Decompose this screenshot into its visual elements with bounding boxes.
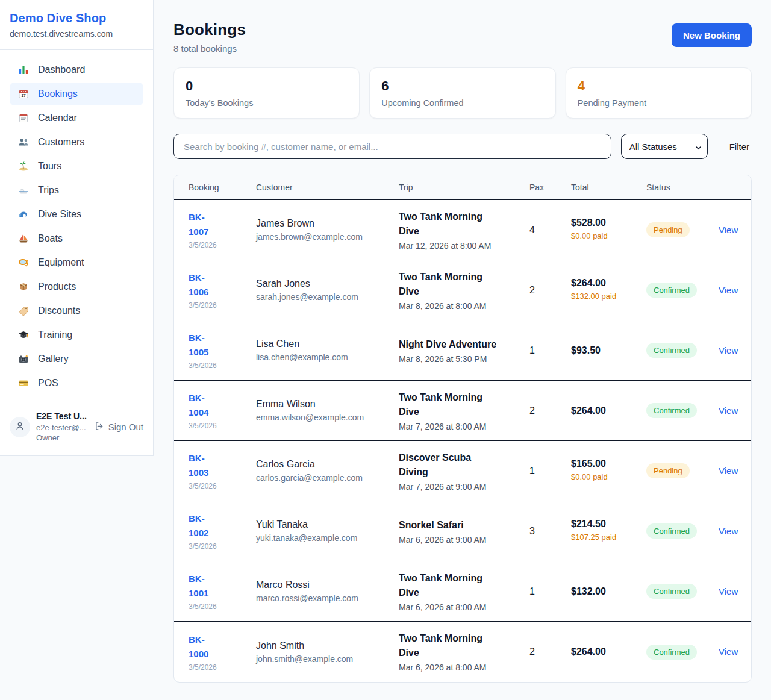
status-badge: Pending bbox=[646, 463, 690, 478]
view-link[interactable]: View bbox=[719, 586, 738, 596]
trip-name: Two Tank Morning Dive bbox=[399, 390, 498, 419]
sidebar-item-dashboard[interactable]: Dashboard bbox=[10, 58, 143, 81]
total-amount: $264.00 bbox=[571, 405, 646, 416]
view-cell: View bbox=[719, 225, 738, 236]
booking-id-link[interactable]: BK-1005 bbox=[189, 331, 225, 360]
sidebar-item-discounts[interactable]: Discounts bbox=[10, 299, 143, 322]
paid-amount: $132.00 paid bbox=[571, 291, 620, 302]
trip-name: Night Dive Adventure bbox=[399, 337, 498, 352]
total-cell: $93.50 bbox=[571, 345, 646, 356]
credit-card-icon bbox=[18, 378, 29, 389]
sidebar-item-label: POS bbox=[38, 378, 58, 389]
sidebar-item-products[interactable]: Products bbox=[10, 275, 143, 298]
sidebar-item-dive-sites[interactable]: Dive Sites bbox=[10, 203, 143, 226]
sidebar-item-boats[interactable]: Boats bbox=[10, 227, 143, 250]
booking-id-link[interactable]: BK-1002 bbox=[189, 511, 225, 540]
brand-name[interactable]: Demo Dive Shop bbox=[10, 11, 143, 25]
view-link[interactable]: View bbox=[719, 466, 738, 476]
table-row: BK-1005 3/5/2026 Lisa Chen lisa.chen@exa… bbox=[174, 320, 751, 381]
trip-name: Snorkel Safari bbox=[399, 518, 498, 533]
status-cell: Confirmed bbox=[646, 645, 719, 660]
stats-row: 0 Today's Bookings 6 Upcoming Confirmed … bbox=[173, 67, 752, 119]
trip-name: Two Tank Morning Dive bbox=[399, 270, 498, 299]
sidebar-item-training[interactable]: Training bbox=[10, 323, 143, 346]
booking-id-link[interactable]: BK-1000 bbox=[189, 633, 225, 661]
status-cell: Confirmed bbox=[646, 523, 719, 539]
booking-id-link[interactable]: BK-1007 bbox=[189, 210, 225, 239]
booking-id-link[interactable]: BK-1003 bbox=[189, 451, 225, 480]
pax-count: 1 bbox=[529, 345, 571, 356]
sidebar-item-pos[interactable]: POS bbox=[10, 372, 143, 395]
sidebar-item-customers[interactable]: Customers bbox=[10, 131, 143, 154]
table-row: BK-1006 3/5/2026 Sarah Jones sarah.jones… bbox=[174, 260, 751, 320]
sidebar-item-gallery[interactable]: Gallery bbox=[10, 348, 143, 370]
trip-datetime: Mar 6, 2026 at 9:00 AM bbox=[399, 535, 529, 545]
sidebar-item-label: Dive Sites bbox=[38, 209, 81, 220]
total-cell: $264.00 $132.00 paid bbox=[571, 278, 646, 302]
sidebar-item-calendar[interactable]: Calendar bbox=[10, 107, 143, 130]
view-link[interactable]: View bbox=[719, 285, 738, 295]
stat-label: Pending Payment bbox=[578, 98, 740, 108]
customer-cell: Marco Rossi marco.rossi@example.com bbox=[256, 580, 399, 603]
trip-datetime: Mar 7, 2026 at 9:00 AM bbox=[399, 482, 529, 492]
sidebar-item-bookings[interactable]: 17 Bookings bbox=[10, 83, 143, 105]
page-title: Bookings bbox=[173, 20, 246, 39]
person-icon bbox=[14, 420, 25, 434]
status-cell: Pending bbox=[646, 222, 719, 237]
booking-id-link[interactable]: BK-1001 bbox=[189, 572, 225, 601]
view-link[interactable]: View bbox=[719, 405, 738, 416]
sidebar-item-label: Dashboard bbox=[38, 64, 85, 75]
column-header-booking: Booking bbox=[189, 183, 256, 192]
customer-email: john.smith@example.com bbox=[256, 654, 399, 664]
filter-row: All Statuses Filter bbox=[173, 134, 752, 159]
bookings-table: BookingCustomerTripPaxTotalStatus BK-100… bbox=[173, 175, 752, 683]
sidebar-item-tours[interactable]: Tours bbox=[10, 155, 143, 178]
customer-name: John Smith bbox=[256, 640, 399, 651]
view-link[interactable]: View bbox=[719, 646, 738, 657]
new-booking-button[interactable]: New Booking bbox=[672, 23, 752, 47]
pax-count: 1 bbox=[529, 586, 571, 597]
users-icon bbox=[18, 137, 29, 148]
customer-cell: Emma Wilson emma.wilson@example.com bbox=[256, 399, 399, 422]
stat-value: 6 bbox=[381, 78, 543, 94]
brand-block: Demo Dive Shop demo.test.divestreams.com bbox=[0, 0, 153, 50]
pax-count: 2 bbox=[529, 646, 571, 657]
sidebar: Demo Dive Shop demo.test.divestreams.com… bbox=[0, 0, 154, 456]
total-cell: $264.00 bbox=[571, 405, 646, 416]
view-link[interactable]: View bbox=[719, 225, 738, 235]
pax-count: 4 bbox=[529, 225, 571, 236]
paid-amount: $107.25 paid bbox=[571, 532, 620, 543]
view-link[interactable]: View bbox=[719, 345, 738, 355]
view-cell: View bbox=[719, 405, 738, 416]
total-cell: $132.00 bbox=[571, 586, 646, 597]
stat-card: 0 Today's Bookings bbox=[173, 67, 360, 119]
table-row: BK-1004 3/5/2026 Emma Wilson emma.wilson… bbox=[174, 381, 751, 441]
booking-date: 3/5/2026 bbox=[189, 422, 256, 430]
trip-datetime: Mar 7, 2026 at 8:00 AM bbox=[399, 422, 529, 431]
customer-email: lisa.chen@example.com bbox=[256, 352, 399, 362]
sidebar-item-equipment[interactable]: Equipment bbox=[10, 251, 143, 274]
filter-button[interactable]: Filter bbox=[727, 142, 752, 152]
search-input[interactable] bbox=[173, 134, 611, 159]
island-icon bbox=[18, 161, 29, 172]
total-cell: $264.00 bbox=[571, 646, 646, 657]
status-badge: Confirmed bbox=[646, 645, 697, 660]
booking-date: 3/5/2026 bbox=[189, 301, 256, 310]
trip-name: Two Tank Morning Dive bbox=[399, 571, 498, 600]
status-filter-select[interactable]: All Statuses bbox=[621, 134, 708, 159]
sign-out-button[interactable]: Sign Out bbox=[94, 421, 143, 433]
status-cell: Confirmed bbox=[646, 283, 719, 298]
view-cell: View bbox=[719, 345, 738, 356]
status-badge: Confirmed bbox=[646, 584, 697, 599]
booking-id-link[interactable]: BK-1006 bbox=[189, 270, 225, 299]
user-email: e2e-tester@... bbox=[36, 422, 87, 433]
svg-text:17: 17 bbox=[21, 93, 26, 98]
view-cell: View bbox=[719, 526, 738, 537]
booking-id-link[interactable]: BK-1004 bbox=[189, 391, 225, 420]
sidebar-item-label: Trips bbox=[38, 185, 59, 196]
status-badge: Pending bbox=[646, 222, 690, 237]
trip-name: Two Tank Morning Dive bbox=[399, 210, 498, 239]
view-link[interactable]: View bbox=[719, 526, 738, 536]
sidebar-item-trips[interactable]: Trips bbox=[10, 179, 143, 202]
sidebar-item-label: Products bbox=[38, 281, 76, 292]
